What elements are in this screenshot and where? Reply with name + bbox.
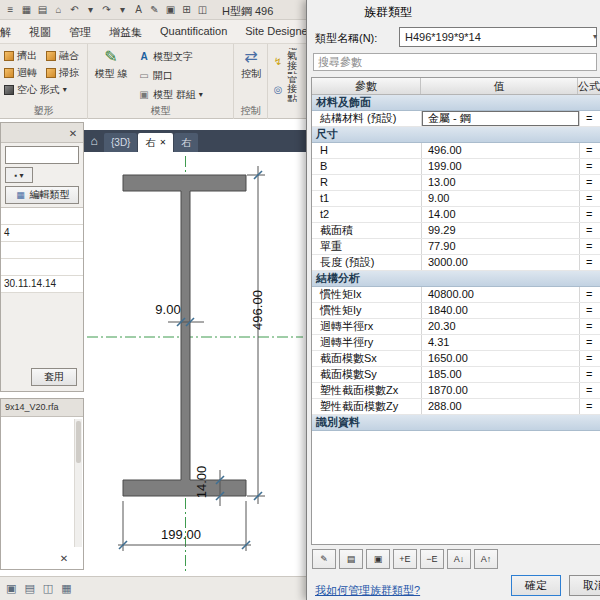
parameter-value-cell[interactable]: 199.00 xyxy=(422,159,580,174)
property-row[interactable] xyxy=(1,259,83,276)
dialog-tool-button[interactable]: +E xyxy=(393,549,417,569)
reference-planes[interactable] xyxy=(87,156,303,572)
dialog-tool-button[interactable]: −E xyxy=(420,549,444,569)
parameter-formula-cell[interactable]: = xyxy=(580,239,600,254)
close-icon[interactable]: ✕ xyxy=(159,138,166,147)
table-row[interactable]: 結構材料 (預設) 金屬 - 鋼 = xyxy=(312,111,600,127)
dialog-tool-button[interactable]: ▤ xyxy=(339,549,363,569)
ribbon-tab[interactable]: 解 xyxy=(0,20,20,43)
type-name-combobox[interactable]: H496*199*9*14 xyxy=(399,27,597,47)
cancel-button[interactable]: 取消 xyxy=(569,575,600,596)
void-forms-button[interactable]: 空心 形式▾ xyxy=(2,81,86,98)
dialog-tool-button[interactable]: ▣ xyxy=(366,549,390,569)
group-label[interactable]: 控制 xyxy=(234,104,267,118)
status-icon[interactable]: ▤ xyxy=(24,582,34,595)
status-icon[interactable]: ▣ xyxy=(6,582,16,595)
control-button[interactable]: ⇄ 控制 xyxy=(232,47,270,79)
dialog-tool-button[interactable]: ✎ xyxy=(312,549,336,569)
parameter-formula-cell[interactable]: = xyxy=(580,351,600,366)
type-selector[interactable] xyxy=(5,146,79,164)
parameter-value-cell[interactable]: 1650.00 xyxy=(422,351,580,366)
close-icon[interactable]: ✕ xyxy=(57,551,71,565)
parameter-value-cell[interactable]: 288.00 xyxy=(422,399,580,414)
table-row[interactable]: 識別資料 xyxy=(312,415,600,431)
table-row[interactable]: 塑性截面模數Zx 1870.00 = xyxy=(312,383,600,399)
parameter-value-cell[interactable]: 9.00 xyxy=(422,191,580,206)
view-tab-3d[interactable]: {3D} xyxy=(104,133,137,152)
property-row[interactable]: 30.11.14.14 xyxy=(1,276,83,293)
qat-icon[interactable]: ▦ xyxy=(19,2,34,17)
table-row[interactable]: 慣性矩Ix 40800.00 = xyxy=(312,287,600,303)
table-row[interactable]: 結構分析 xyxy=(312,271,600,287)
table-row[interactable]: 迴轉半徑rx 20.30 = xyxy=(312,319,600,335)
parameter-value-cell[interactable]: 1840.00 xyxy=(422,303,580,318)
pipe-connector-button[interactable]: ◎管 接點 xyxy=(270,76,306,102)
status-icon[interactable]: ◫ xyxy=(43,582,53,595)
parameter-formula-cell[interactable]: = xyxy=(580,207,600,222)
table-row[interactable]: B 199.00 = xyxy=(312,159,600,175)
close-icon[interactable]: ✕ xyxy=(66,126,80,140)
parameter-formula-cell[interactable]: = xyxy=(580,111,600,126)
search-parameters-input[interactable] xyxy=(313,53,597,71)
dimension-width[interactable]: 199.00 xyxy=(118,501,251,551)
table-row[interactable]: 慣性矩Iy 1840.00 = xyxy=(312,303,600,319)
parameter-value-cell[interactable]: 13.00 xyxy=(422,175,580,190)
sweep-button[interactable]: 掃掠 xyxy=(44,64,86,81)
parameter-formula-cell[interactable]: = xyxy=(580,303,600,318)
table-row[interactable]: t1 9.00 = xyxy=(312,191,600,207)
column-header-formula[interactable]: 公式 xyxy=(578,78,600,94)
blend-button[interactable]: 融合 xyxy=(44,47,86,64)
qat-icon[interactable]: ⊞ xyxy=(179,2,194,17)
parameter-value-cell[interactable]: 40800.00 xyxy=(422,287,580,302)
parameter-formula-cell[interactable]: = xyxy=(580,255,600,270)
scrollbar[interactable] xyxy=(74,419,82,547)
parameter-formula-cell[interactable]: = xyxy=(580,159,600,174)
ok-button[interactable]: 確定 xyxy=(511,575,561,596)
parameter-formula-cell[interactable]: = xyxy=(580,319,600,334)
table-row[interactable]: 單重 77.90 = xyxy=(312,239,600,255)
dialog-tool-button[interactable]: A↓ xyxy=(447,549,471,569)
qat-icon[interactable]: ▣ xyxy=(163,2,178,17)
table-row[interactable]: R 13.00 = xyxy=(312,175,600,191)
qat-icon[interactable]: ≡ xyxy=(3,2,18,17)
model-group-button[interactable]: ▣模型 群組▾ xyxy=(136,86,228,103)
qat-icon[interactable]: ↶ xyxy=(67,2,82,17)
table-row[interactable]: H 496.00 = xyxy=(312,143,600,159)
parameter-formula-cell[interactable]: = xyxy=(580,335,600,350)
table-row[interactable]: 材料及飾面 xyxy=(312,95,600,111)
table-row[interactable]: 截面積 99.29 = xyxy=(312,223,600,239)
column-header-parameter[interactable]: 參數 xyxy=(312,78,421,94)
property-row[interactable] xyxy=(1,208,83,225)
parameter-formula-cell[interactable]: = xyxy=(580,383,600,398)
parameter-formula-cell[interactable]: = xyxy=(580,399,600,414)
qat-icon[interactable]: ▤ xyxy=(35,2,50,17)
parameter-value-cell[interactable]: 20.30 xyxy=(422,319,580,334)
parameter-formula-cell[interactable]: = xyxy=(580,191,600,206)
ribbon-tab[interactable]: 管理 xyxy=(60,20,100,43)
ribbon-tab[interactable]: 視圖 xyxy=(20,20,60,43)
property-row[interactable]: 4 xyxy=(1,225,83,242)
table-row[interactable]: 尺寸 xyxy=(312,127,600,143)
type-image-dropdown[interactable]: ▪▾ xyxy=(5,167,33,183)
property-row[interactable] xyxy=(1,242,83,259)
apply-button[interactable]: 套用 xyxy=(31,368,77,386)
edit-type-button[interactable]: ▦ 編輯類型 xyxy=(5,186,79,204)
parameter-formula-cell[interactable]: = xyxy=(580,223,600,238)
model-line-button[interactable]: ✎ 模型 線 xyxy=(92,47,130,79)
qat-icon[interactable]: ▾ xyxy=(83,2,98,17)
parameter-formula-cell[interactable]: = xyxy=(580,367,600,382)
table-row[interactable]: 塑性截面模數Zy 288.00 = xyxy=(312,399,600,415)
qat-icon[interactable]: ▾ xyxy=(115,2,130,17)
ribbon-tab[interactable]: 增益集 xyxy=(100,20,151,43)
dimension-height[interactable]: 496.00 xyxy=(247,166,265,504)
qat-icon[interactable]: ↷ xyxy=(99,2,114,17)
group-label[interactable]: 模型 xyxy=(88,104,233,118)
parameter-formula-cell[interactable]: = xyxy=(580,287,600,302)
parameter-value-cell[interactable]: 77.90 xyxy=(422,239,580,254)
parameter-value-cell[interactable]: 99.29 xyxy=(422,223,580,238)
home-icon[interactable]: ⌂ xyxy=(84,130,104,152)
parameter-value-cell[interactable]: 1870.00 xyxy=(422,383,580,398)
revolve-button[interactable]: 迴轉 xyxy=(2,64,44,81)
electrical-connector-button[interactable]: ↯電氣 接點 xyxy=(270,48,306,74)
parameter-value-cell[interactable]: 金屬 - 鋼 xyxy=(422,111,580,126)
